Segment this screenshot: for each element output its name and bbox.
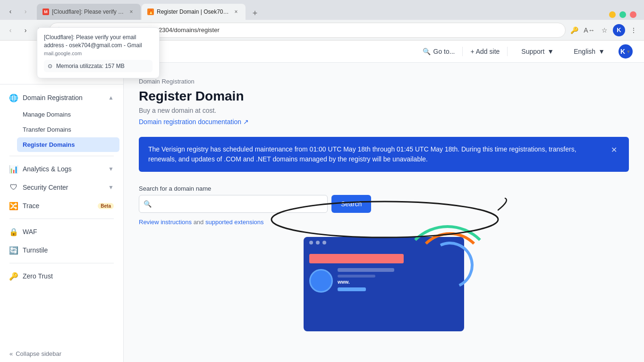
topbar-divider-2 bbox=[507, 47, 508, 56]
search-button[interactable]: Search bbox=[331, 195, 371, 213]
search-row: 🔍 Search bbox=[139, 195, 629, 213]
menu-icon[interactable]: ⋮ bbox=[627, 24, 640, 37]
alert-close-button[interactable]: ✕ bbox=[608, 144, 619, 156]
user-menu-button[interactable]: K ▼ bbox=[619, 44, 633, 59]
beta-badge: Beta bbox=[98, 203, 114, 209]
sidebar-item-zero-trust[interactable]: 🔑 Zero Trust bbox=[4, 267, 119, 285]
goto-button[interactable]: 🔍 Go to... bbox=[423, 48, 455, 55]
close-button[interactable] bbox=[630, 11, 636, 18]
sidebar-item-domain-registration[interactable]: 🌐 Domain Registration ▲ bbox=[4, 89, 119, 107]
zero-trust-icon: 🔑 bbox=[9, 272, 18, 280]
support-button[interactable]: Support ▼ bbox=[515, 44, 560, 59]
mockup-line-2 bbox=[338, 275, 375, 278]
bookmark-icon[interactable]: ☆ bbox=[598, 24, 611, 37]
page-title: Register Domain bbox=[139, 89, 629, 104]
tooltip-memory: ⊙ Memoria utilizzata: 157 MB bbox=[44, 60, 153, 72]
trace-icon: 🔀 bbox=[9, 202, 18, 210]
breadcrumb: Domain Registration bbox=[139, 78, 629, 85]
arc-3 bbox=[400, 225, 495, 320]
password-manager-icon[interactable]: 🔑 bbox=[568, 24, 581, 37]
new-tab-button[interactable]: + bbox=[248, 7, 262, 20]
collapse-sidebar-button[interactable]: « Collapse sidebar bbox=[0, 345, 123, 362]
minimize-button[interactable] bbox=[609, 11, 616, 18]
search-icon: 🔍 bbox=[144, 200, 152, 208]
memory-icon: ⊙ bbox=[48, 63, 52, 69]
sidebar-item-waf[interactable]: 🔒 WAF bbox=[4, 223, 119, 241]
waf-icon: 🔒 bbox=[9, 227, 18, 236]
external-link-icon: ↗ bbox=[243, 118, 249, 126]
analytics-icon: 📊 bbox=[9, 165, 18, 173]
domain-registration-icon: 🌐 bbox=[9, 93, 18, 102]
nav-forward-button[interactable]: › bbox=[19, 5, 32, 18]
forward-btn[interactable]: › bbox=[19, 24, 32, 37]
tab-tooltip: [Cloudflare]: Please verify your email a… bbox=[37, 27, 160, 78]
tooltip-title: [Cloudflare]: Please verify your email a… bbox=[44, 34, 153, 50]
search-input-wrapper: 🔍 bbox=[139, 195, 328, 213]
language-chevron-icon: ▼ bbox=[598, 48, 605, 55]
topbar-divider-1 bbox=[462, 47, 463, 56]
nav-back-button[interactable]: ‹ bbox=[4, 5, 17, 18]
gmail-tab[interactable]: M [Cloudflare]: Please verify your... × … bbox=[37, 4, 141, 20]
page-content: Domain Registration Register Domain Buy … bbox=[124, 63, 644, 346]
back-btn[interactable]: ‹ bbox=[4, 24, 17, 37]
translate-icon[interactable]: A↔ bbox=[583, 24, 596, 37]
mockup-line-1 bbox=[338, 268, 394, 272]
mockup-circle bbox=[309, 269, 333, 293]
support-chevron-icon: ▼ bbox=[547, 48, 554, 55]
gmail-tab-close[interactable]: × bbox=[127, 8, 135, 16]
profile-icon[interactable]: K bbox=[613, 24, 625, 36]
cloudflare-tab[interactable]: 🔥 Register Domain | Osek704@g... × bbox=[142, 4, 246, 20]
top-bar: 🔍 Go to... + Add site Support ▼ English … bbox=[124, 41, 644, 63]
sidebar-subitem-manage-domains[interactable]: Manage Domains bbox=[17, 107, 119, 122]
security-chevron-icon: ▼ bbox=[108, 184, 114, 191]
maximize-button[interactable] bbox=[619, 11, 626, 18]
domain-search-input[interactable] bbox=[139, 195, 328, 213]
sidebar-subitem-transfer-domains[interactable]: Transfer Domains bbox=[17, 122, 119, 137]
mockup-dot-2 bbox=[316, 241, 320, 244]
sidebar: 🌐 🌐 Domain Registration ▲ Manage Domains bbox=[0, 41, 124, 362]
turnstile-icon: 🔄 bbox=[9, 246, 18, 254]
language-button[interactable]: English ▼ bbox=[568, 44, 611, 59]
sidebar-item-trace[interactable]: 🔀 Trace Beta bbox=[4, 197, 119, 215]
domain-submenu: Manage Domains Transfer Domains Register… bbox=[4, 107, 119, 152]
chevron-down-icon: ▼ bbox=[108, 166, 114, 172]
user-chevron-icon: ▼ bbox=[626, 49, 631, 54]
search-label: Search for a domain name bbox=[139, 185, 629, 192]
review-instructions-link[interactable]: Review instructions bbox=[139, 219, 192, 226]
sidebar-nav: 🌐 Domain Registration ▲ Manage Domains T… bbox=[0, 84, 123, 345]
sidebar-item-analytics-logs[interactable]: 📊 Analytics & Logs ▼ bbox=[4, 160, 119, 178]
security-icon: 🛡 bbox=[9, 183, 18, 192]
add-site-button[interactable]: + Add site bbox=[470, 48, 500, 55]
sidebar-item-security-center[interactable]: 🛡 Security Center ▼ bbox=[4, 178, 119, 196]
sidebar-divider-3 bbox=[9, 263, 114, 263]
tooltip-url: mail.google.com bbox=[44, 51, 153, 56]
doc-link[interactable]: Domain registration documentation ↗ bbox=[139, 118, 629, 126]
gmail-favicon: M bbox=[42, 8, 49, 15]
alert-banner: The Verisign registry has scheduled main… bbox=[139, 137, 629, 172]
search-small-icon: 🔍 bbox=[423, 48, 431, 55]
mockup-blue-bar bbox=[338, 287, 366, 291]
search-links: Review instructions and supported extens… bbox=[139, 219, 629, 226]
cf-tab-label: Register Domain | Osek704@g... bbox=[157, 8, 229, 15]
sidebar-item-turnstile[interactable]: 🔄 Turnstile bbox=[4, 241, 119, 259]
collapse-icon: « bbox=[9, 350, 13, 357]
cf-tab-close[interactable]: × bbox=[232, 8, 240, 16]
mockup-www-text: www. bbox=[338, 279, 394, 285]
page-subtitle: Buy a new domain at cost. bbox=[139, 107, 629, 114]
mockup-input-box bbox=[309, 254, 404, 263]
search-section: Search for a domain name 🔍 Search Review… bbox=[139, 185, 629, 226]
chevron-up-icon: ▲ bbox=[108, 94, 114, 101]
domain-illustration: www. bbox=[139, 237, 629, 331]
alert-text: The Verisign registry has scheduled main… bbox=[148, 144, 602, 164]
cf-favicon: 🔥 bbox=[147, 8, 154, 15]
mockup-dot-3 bbox=[322, 241, 326, 244]
sidebar-divider-1 bbox=[9, 156, 114, 156]
supported-extensions-link[interactable]: supported extensions bbox=[205, 219, 264, 226]
gmail-tab-label: [Cloudflare]: Please verify your... bbox=[52, 8, 125, 15]
main-content-area: 🔍 Go to... + Add site Support ▼ English … bbox=[124, 41, 644, 362]
mockup-dot-1 bbox=[309, 241, 313, 244]
sidebar-divider-2 bbox=[9, 219, 114, 219]
sidebar-subitem-register-domains[interactable]: Register Domains bbox=[17, 137, 119, 152]
